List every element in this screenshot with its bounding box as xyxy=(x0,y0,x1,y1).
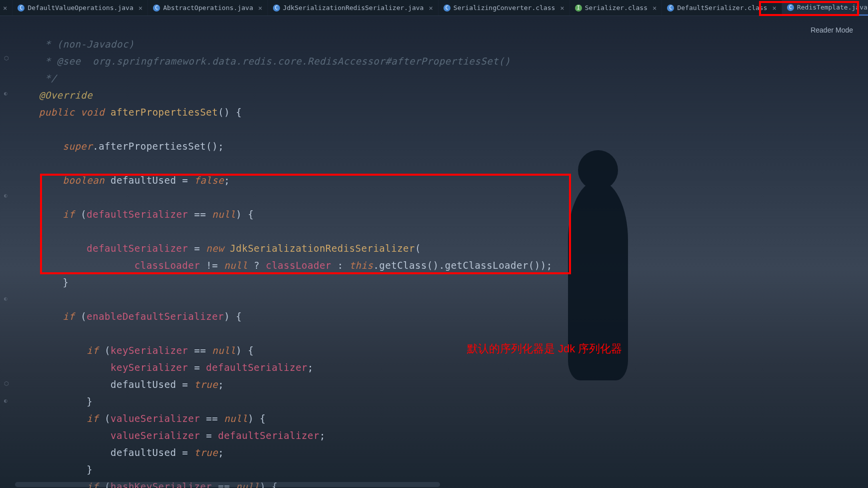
file-type-icon: C xyxy=(787,4,794,11)
tab-file[interactable]: CDefaultValueOperations.java× xyxy=(12,0,148,16)
gutter-override-icon: ◐ xyxy=(4,90,10,96)
close-icon[interactable]: × xyxy=(258,4,262,12)
code-content: * (non-Javadoc) * @see org.springframewo… xyxy=(15,16,868,488)
code-editor[interactable]: ⬡ ◐ ◐ ◐ ⬡ ◐ * (non-Javadoc) * @see org.s… xyxy=(0,16,868,488)
gutter-marker-icon: ⬡ xyxy=(4,55,10,61)
gutter-marker-icon: ◐ xyxy=(4,397,10,403)
close-icon[interactable]: × xyxy=(428,4,432,12)
gutter-marker-icon: ◐ xyxy=(4,192,10,198)
horizontal-scrollbar[interactable] xyxy=(15,482,440,487)
file-type-icon: C xyxy=(667,5,674,12)
file-type-icon: C xyxy=(273,5,280,12)
close-icon[interactable]: × xyxy=(560,4,564,12)
annotation-comment: 默认的序列化器是 Jdk 序列化器 xyxy=(467,341,622,356)
close-icon[interactable]: × xyxy=(652,4,656,12)
tab-bar: ×CDefaultValueOperations.java×CAbstractO… xyxy=(0,0,868,16)
tab-partial[interactable]: × xyxy=(0,0,12,16)
tab-file[interactable]: ISerializer.class× xyxy=(570,0,662,16)
tab-file[interactable]: CRedisTemplate.java× xyxy=(782,0,868,16)
close-icon[interactable]: × xyxy=(772,4,776,12)
tab-file[interactable]: CAbstractOperations.java× xyxy=(148,0,268,16)
file-type-icon: C xyxy=(18,5,24,12)
tab-label: Serializer.class xyxy=(585,4,648,12)
editor-gutter: ⬡ ◐ ◐ ◐ ⬡ ◐ xyxy=(0,16,14,488)
gutter-marker-icon: ⬡ xyxy=(4,380,10,386)
tab-file[interactable]: CJdkSerializationRedisSerializer.java× xyxy=(268,0,438,16)
tab-file[interactable]: CSerializingConverter.class× xyxy=(438,0,570,16)
reader-mode-label[interactable]: Reader Mode xyxy=(810,26,853,34)
close-icon[interactable]: × xyxy=(3,4,7,12)
file-type-icon: C xyxy=(153,5,160,12)
file-type-icon: C xyxy=(444,5,450,12)
file-type-icon: I xyxy=(575,5,582,12)
tab-label: SerializingConverter.class xyxy=(454,4,556,12)
tab-label: JdkSerializationRedisSerializer.java xyxy=(283,4,424,12)
tab-label: RedisTemplate.java xyxy=(797,4,868,11)
tab-label: DefaultSerializer.class xyxy=(677,4,767,12)
close-icon[interactable]: × xyxy=(138,4,142,12)
tab-file[interactable]: CDefaultSerializer.class× xyxy=(662,0,782,16)
tab-label: AbstractOperations.java xyxy=(163,4,253,12)
gutter-marker-icon: ◐ xyxy=(4,295,10,301)
tab-label: DefaultValueOperations.java xyxy=(28,4,133,12)
